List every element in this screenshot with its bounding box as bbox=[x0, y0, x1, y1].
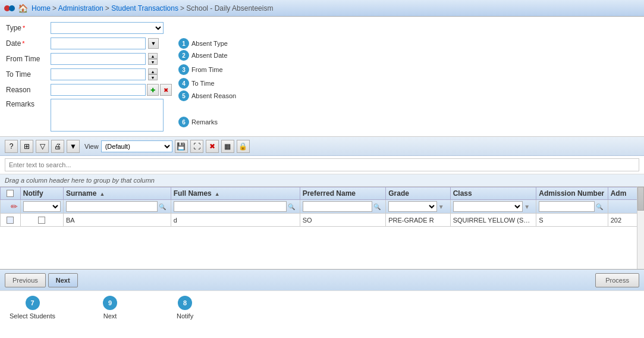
reason-clear-button[interactable]: ✖ bbox=[160, 84, 172, 96]
from-time-up-button[interactable]: ▲ bbox=[148, 53, 158, 59]
row-notify-checkbox[interactable] bbox=[38, 217, 45, 224]
remarks-textarea[interactable] bbox=[51, 99, 164, 132]
filter-grade-icon: ▼ bbox=[438, 204, 444, 210]
grid-button[interactable]: ⊞ bbox=[20, 140, 33, 153]
remarks-row: Remarks bbox=[6, 99, 638, 132]
filter-notify-select[interactable] bbox=[23, 201, 61, 212]
date-row: Date * /09/27 ▼ bbox=[6, 37, 638, 50]
col-class[interactable]: Class bbox=[450, 187, 536, 200]
filter-button[interactable]: ▽ bbox=[36, 140, 49, 153]
breadcrumb-current: School - Daily Absenteeism bbox=[186, 4, 273, 12]
filter-admission-icon: 🔍 bbox=[596, 204, 603, 210]
breadcrumb-home[interactable]: Home bbox=[32, 4, 51, 12]
filter-surname-input[interactable] bbox=[66, 201, 158, 212]
to-time-control: 2:00 PM ▲ ▼ bbox=[51, 68, 158, 80]
breadcrumb-admin[interactable]: Administration bbox=[58, 4, 103, 12]
col-grade[interactable]: Grade bbox=[386, 187, 450, 200]
callout-4: 4 To Time bbox=[178, 78, 215, 89]
header-icons: 🏠 bbox=[4, 2, 28, 14]
search-row bbox=[0, 156, 644, 174]
annotation-8: 8 Notify bbox=[177, 296, 193, 320]
from-time-control: 7:30 AM ▲ ▼ bbox=[51, 53, 158, 65]
reason-row: Reason ✚ ✖ bbox=[6, 83, 638, 96]
filter-fullname: 🔍 bbox=[171, 200, 300, 214]
scrollbar-thumb[interactable] bbox=[637, 187, 644, 211]
callout-6: 6 Remarks bbox=[178, 117, 218, 127]
to-time-label: To Time bbox=[6, 70, 51, 79]
save-view-button[interactable]: 💾 bbox=[175, 140, 188, 153]
view-select[interactable]: (Default) bbox=[101, 140, 172, 152]
to-time-input[interactable]: 2:00 PM bbox=[51, 68, 146, 80]
annotation-badge-8: 8 bbox=[178, 296, 192, 310]
reason-input[interactable] bbox=[51, 84, 146, 96]
type-select[interactable] bbox=[51, 22, 164, 34]
columns-button[interactable]: ▦ bbox=[221, 140, 234, 153]
next-button[interactable]: Next bbox=[48, 273, 78, 287]
print-button[interactable]: 🖨 bbox=[51, 140, 64, 153]
row-checkbox[interactable] bbox=[7, 217, 14, 224]
select-all-checkbox[interactable] bbox=[7, 190, 14, 197]
table-header-row: Notify Surname ▲ Full Names ▲ Preferred … bbox=[1, 187, 644, 200]
breadcrumb-student-transactions[interactable]: Student Transactions bbox=[111, 4, 178, 12]
toolbar: ? ⊞ ▽ 🖨 ▼ View (Default) 💾 ⛶ ✖ ▦ 🔒 bbox=[0, 137, 644, 156]
help-button[interactable]: ? bbox=[5, 140, 18, 153]
filter-fullname-icon: 🔍 bbox=[288, 204, 295, 210]
type-label: Type * bbox=[6, 24, 51, 32]
sort-arrow-fullname: ▲ bbox=[215, 191, 220, 197]
filter-grade-select[interactable] bbox=[388, 201, 436, 212]
callout-text-5: Absent Reason bbox=[191, 92, 236, 99]
callout-3: 3 From Time bbox=[178, 64, 223, 75]
filter-class-select[interactable] bbox=[453, 201, 523, 212]
callout-5: 5 Absent Reason bbox=[178, 90, 236, 101]
date-input[interactable]: /09/27 bbox=[51, 37, 146, 49]
close-view-button[interactable]: ✖ bbox=[206, 140, 219, 153]
col-notify[interactable]: Notify bbox=[20, 187, 63, 200]
dropdown-button[interactable]: ▼ bbox=[67, 140, 80, 153]
sort-arrow-surname: ▲ bbox=[99, 191, 105, 197]
eraser-icon[interactable]: ✏ bbox=[11, 202, 18, 211]
from-time-row: From Time 7:30 AM ▲ ▼ bbox=[6, 52, 638, 65]
from-time-label: From Time bbox=[6, 55, 51, 63]
filter-fullname-input[interactable] bbox=[174, 201, 287, 212]
callout-badge-2: 2 bbox=[178, 50, 189, 61]
search-input[interactable] bbox=[5, 158, 639, 171]
previous-button[interactable]: Previous bbox=[5, 273, 46, 287]
col-fullname[interactable]: Full Names ▲ bbox=[171, 187, 300, 200]
annotation-label-9: Next bbox=[103, 312, 117, 320]
callout-badge-1: 1 bbox=[178, 38, 189, 49]
col-surname[interactable]: Surname ▲ bbox=[64, 187, 171, 200]
filter-admission-input[interactable] bbox=[539, 201, 594, 212]
annotation-9: 9 Next bbox=[103, 296, 117, 320]
annotation-badge-7: 7 bbox=[26, 296, 40, 310]
filter-preferred-input[interactable] bbox=[303, 201, 373, 212]
process-button[interactable]: Process bbox=[595, 273, 639, 287]
row-surname: BA bbox=[64, 214, 171, 227]
vertical-scrollbar[interactable] bbox=[637, 187, 644, 269]
callout-badge-6: 6 bbox=[178, 117, 189, 127]
type-row: Type * bbox=[6, 21, 638, 35]
annotation-label-7: Select Students bbox=[10, 312, 55, 320]
table-filter-row: ✏ 🔍 bbox=[1, 200, 644, 214]
table-row: BA d SO PRE-GRADE R SQUIRREL YELLOW (SQY… bbox=[1, 214, 644, 227]
lock-button[interactable]: 🔒 bbox=[237, 140, 250, 153]
drag-hint: Drag a column header here to group by th… bbox=[0, 174, 644, 187]
reason-add-button[interactable]: ✚ bbox=[147, 84, 159, 96]
svg-point-1 bbox=[9, 5, 15, 11]
expand-button[interactable]: ⛶ bbox=[190, 140, 203, 153]
callout-text-1: Absent Type bbox=[191, 40, 228, 47]
from-time-input[interactable]: 7:30 AM bbox=[51, 53, 146, 65]
to-time-down-button[interactable]: ▼ bbox=[148, 74, 158, 80]
from-time-down-button[interactable]: ▼ bbox=[148, 59, 158, 65]
annotation-label-8: Notify bbox=[177, 312, 193, 320]
col-admission[interactable]: Admission Number bbox=[536, 187, 608, 200]
col-check[interactable] bbox=[1, 187, 21, 200]
date-picker-button[interactable]: ▼ bbox=[148, 38, 159, 49]
to-time-up-button[interactable]: ▲ bbox=[148, 68, 158, 74]
callout-badge-3: 3 bbox=[178, 64, 189, 75]
col-preferred[interactable]: Preferred Name bbox=[300, 187, 386, 200]
annotation-area: 7 Select Students 9 Next 8 Notify bbox=[0, 290, 644, 338]
row-grade: PRE-GRADE R bbox=[386, 214, 450, 227]
form-section: Type * Date * /09/27 ▼ From Time bbox=[0, 17, 644, 137]
remarks-label: Remarks bbox=[6, 100, 51, 108]
callout-text-2: Absent Date bbox=[191, 52, 228, 59]
